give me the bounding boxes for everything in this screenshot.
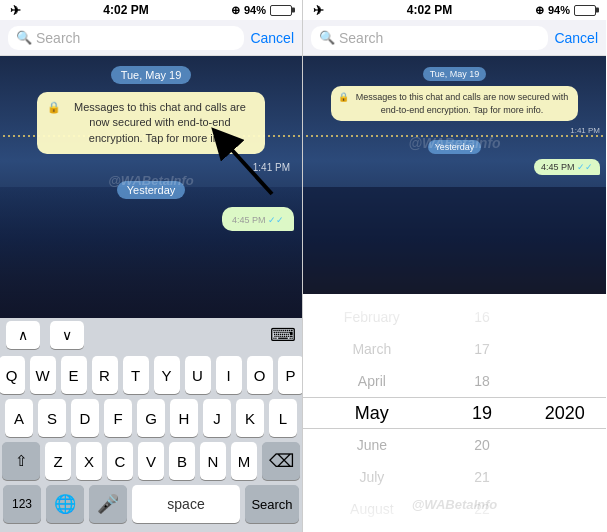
search-input-right[interactable]: Search [339, 30, 383, 46]
system-message-left: 🔒 Messages to this chat and calls are no… [37, 92, 266, 154]
drum-item-17: 17 [441, 333, 524, 365]
search-icon-right: 🔍 [319, 30, 335, 45]
key-v[interactable]: V [138, 442, 164, 480]
battery-percent-right: 94% [548, 4, 570, 16]
right-panel: ✈ 4:02 PM ⊕ 94% 🔍 Search Cancel Tue, May… [303, 0, 606, 532]
keyboard-row-1: Q W E R T Y U I O P [3, 356, 299, 394]
bubble-time-left: 4:45 PM ✓✓ [232, 215, 284, 225]
key-space[interactable]: space [132, 485, 240, 523]
key-d[interactable]: D [71, 399, 99, 437]
key-f[interactable]: F [104, 399, 132, 437]
drum-item-march: March [303, 333, 441, 365]
status-icons-left: ⊕ 94% [231, 4, 292, 17]
drum-item-22: 22 [441, 493, 524, 525]
key-i[interactable]: I [216, 356, 242, 394]
search-input-left[interactable]: Search [36, 30, 80, 46]
key-search[interactable]: Search [245, 485, 299, 523]
wifi-icon: ⊕ [231, 4, 240, 17]
key-shift[interactable]: ⇧ [2, 442, 40, 480]
key-b[interactable]: B [169, 442, 195, 480]
drum-col-day[interactable]: 16 17 18 19 20 21 22 [441, 294, 524, 532]
chat-bg-right: Tue, May 19 🔒 Messages to this chat and … [303, 56, 606, 318]
drum-col-month[interactable]: February March April May June July Augus… [303, 294, 441, 532]
search-bar-left: 🔍 Search Cancel [0, 20, 302, 56]
msg-time-left: 1:41 PM [253, 162, 290, 173]
status-bar-left: ✈ 4:02 PM ⊕ 94% [0, 0, 302, 20]
key-u[interactable]: U [185, 356, 211, 394]
key-l[interactable]: L [269, 399, 297, 437]
date-pill-right: Tue, May 19 [423, 67, 487, 81]
key-p[interactable]: P [278, 356, 304, 394]
date-picker-drum[interactable]: February March April May June July Augus… [303, 294, 606, 532]
key-z[interactable]: Z [45, 442, 71, 480]
status-time-right: 4:02 PM [407, 3, 452, 17]
battery-icon-right [574, 5, 596, 16]
chat-area-left: Tue, May 19 🔒 Messages to this chat and … [0, 56, 302, 318]
nav-up-arrow[interactable]: ∧ [6, 321, 40, 349]
search-input-wrap-right[interactable]: 🔍 Search [311, 26, 548, 50]
drum-item-may: May [303, 397, 441, 429]
key-num[interactable]: 123 [3, 485, 41, 523]
wifi-icon-right: ⊕ [535, 4, 544, 17]
cancel-button-left[interactable]: Cancel [250, 30, 294, 46]
key-k[interactable]: K [236, 399, 264, 437]
keyboard-nav: ∧ ∨ ⌨ [0, 318, 302, 352]
drum-item-20: 20 [441, 429, 524, 461]
key-s[interactable]: S [38, 399, 66, 437]
date-pill-left: Tue, May 19 [111, 66, 192, 84]
msg-time-right: 1:41 PM [570, 126, 600, 135]
yesterday-pill-right: Yesterday [428, 140, 482, 154]
battery-percent-left: 94% [244, 4, 266, 16]
drum-item-2020: 2020 [523, 397, 606, 429]
key-j[interactable]: J [203, 399, 231, 437]
key-q[interactable]: Q [0, 356, 25, 394]
keyboard: Q W E R T Y U I O P A S D F G H J K L ⇧ … [0, 352, 302, 532]
chat-messages-left: Tue, May 19 🔒 Messages to this chat and … [0, 56, 302, 318]
drum-item-feb: February [303, 301, 441, 333]
key-x[interactable]: X [76, 442, 102, 480]
airplane-icon-right: ✈ [313, 3, 324, 18]
key-e[interactable]: E [61, 356, 87, 394]
drum-item-21: 21 [441, 461, 524, 493]
key-c[interactable]: C [107, 442, 133, 480]
keyboard-icon[interactable]: ⌨ [270, 321, 296, 349]
key-delete[interactable]: ⌫ [262, 442, 300, 480]
key-m[interactable]: M [231, 442, 257, 480]
key-emoji[interactable]: 🌐 [46, 485, 84, 523]
cancel-button-right[interactable]: Cancel [554, 30, 598, 46]
status-bar-right: ✈ 4:02 PM ⊕ 94% [303, 0, 606, 20]
battery-icon-left [270, 5, 292, 16]
key-w[interactable]: W [30, 356, 56, 394]
key-h[interactable]: H [170, 399, 198, 437]
drum-item-august: August [303, 493, 441, 525]
read-ticks-left: ✓✓ [268, 215, 284, 225]
nav-down-arrow[interactable]: ∨ [50, 321, 84, 349]
yesterday-pill-left: Yesterday [117, 181, 186, 199]
drum-col-year[interactable]: 2020 [523, 294, 606, 532]
system-message-right: 🔒 Messages to this chat and calls are no… [331, 86, 578, 121]
sent-bubble-right: 4:45 PM ✓✓ [534, 159, 600, 175]
lock-icon-right: 🔒 [338, 91, 349, 104]
chat-overlay-right: Tue, May 19 🔒 Messages to this chat and … [303, 61, 606, 181]
keyboard-row-3: ⇧ Z X C V B N M ⌫ [3, 442, 299, 480]
date-picker-area: Tue, May 19 🔒 Messages to this chat and … [303, 56, 606, 532]
key-r[interactable]: R [92, 356, 118, 394]
key-g[interactable]: G [137, 399, 165, 437]
lock-icon-left: 🔒 [47, 100, 61, 115]
drum-item-16: 16 [441, 301, 524, 333]
key-o[interactable]: O [247, 356, 273, 394]
key-a[interactable]: A [5, 399, 33, 437]
airplane-icon: ✈ [10, 3, 21, 18]
key-t[interactable]: T [123, 356, 149, 394]
search-input-wrap-left[interactable]: 🔍 Search [8, 26, 244, 50]
key-y[interactable]: Y [154, 356, 180, 394]
keyboard-row-2: A S D F G H J K L [3, 399, 299, 437]
drum-item-june: June [303, 429, 441, 461]
status-time-left: 4:02 PM [103, 3, 148, 17]
key-n[interactable]: N [200, 442, 226, 480]
key-mic[interactable]: 🎤 [89, 485, 127, 523]
drum-item-18: 18 [441, 365, 524, 397]
search-bar-right: 🔍 Search Cancel [303, 20, 606, 56]
sent-bubble-left: 4:45 PM ✓✓ [222, 207, 294, 231]
drum-item-april: April [303, 365, 441, 397]
